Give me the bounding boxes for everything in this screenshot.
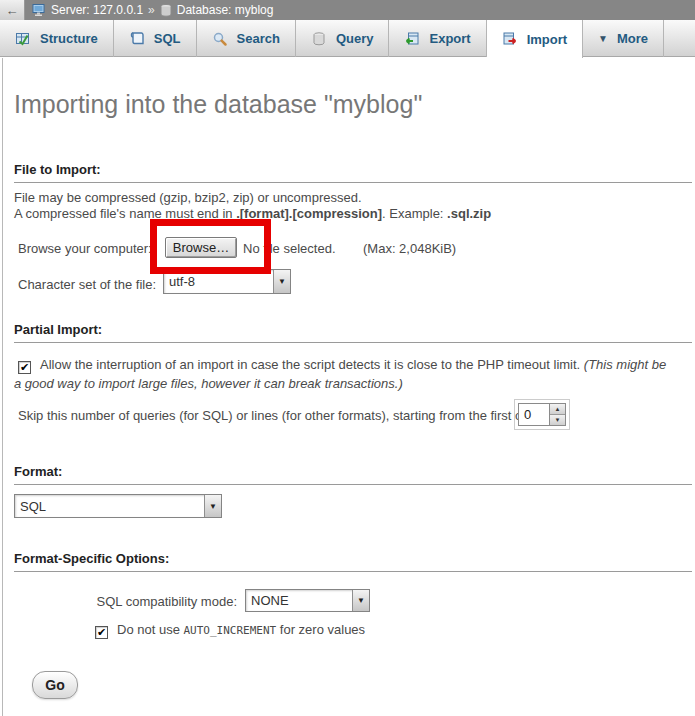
no-file-selected-text: No file selected. <box>243 241 336 256</box>
spin-down-icon[interactable]: ▼ <box>550 415 565 425</box>
sql-compat-select[interactable]: NONE ▼ <box>245 589 370 612</box>
zero-values-code: AUTO_INCREMENT <box>184 624 277 637</box>
sql-compat-select-value: NONE <box>246 590 352 611</box>
sql-icon <box>129 31 145 47</box>
content-left-border <box>2 58 3 716</box>
tab-structure[interactable]: Structure <box>0 20 114 57</box>
allow-interruption-row: ✔Allow the interruption of an import in … <box>14 355 690 393</box>
go-button[interactable]: Go <box>32 671 78 699</box>
zero-values-text-pre: Do not use <box>117 622 184 637</box>
page-title: Importing into the database "myblog" <box>14 90 422 119</box>
tab-query[interactable]: Query <box>296 20 390 57</box>
tab-search[interactable]: Search <box>197 20 296 57</box>
compression-format-pattern: .[format].[compression] <box>236 206 382 221</box>
tab-query-label: Query <box>336 31 374 46</box>
structure-icon <box>15 31 31 47</box>
charset-label: Character set of the file: <box>18 277 156 292</box>
zero-values-text-post: for zero values <box>276 622 365 637</box>
allow-interruption-text: Allow the interruption of an import in c… <box>40 357 584 372</box>
partial-import-heading: Partial Import: <box>14 322 692 343</box>
allow-interruption-checkbox[interactable]: ✔ <box>18 361 31 374</box>
tab-sql-label: SQL <box>154 31 181 46</box>
tab-sql[interactable]: SQL <box>114 20 197 57</box>
zero-values-checkbox[interactable]: ✔ <box>95 626 108 639</box>
browse-button[interactable]: Browse… <box>165 237 237 258</box>
tab-structure-label: Structure <box>40 31 98 46</box>
zero-values-row: ✔Do not use AUTO_INCREMENT for zero valu… <box>95 622 365 639</box>
compression-line1: File may be compressed (gzip, bzip2, zip… <box>14 190 362 205</box>
tab-export[interactable]: Export <box>389 20 486 57</box>
tab-more[interactable]: ▼ More <box>583 20 664 57</box>
spin-up-icon[interactable]: ▲ <box>550 404 565 415</box>
tab-bar: Structure SQL Search Query Export <box>0 20 695 57</box>
charset-dropdown-arrow-icon[interactable]: ▼ <box>273 270 290 293</box>
export-icon <box>404 31 420 47</box>
search-icon <box>212 31 228 47</box>
compression-line2-mid: . Example: <box>382 206 447 221</box>
import-icon <box>502 31 518 47</box>
phpmyadmin-import-page: ← Server: 127.0.0.1 » Database: myblog S… <box>0 0 695 716</box>
skip-queries-input[interactable]: 0 ▲ ▼ <box>518 403 566 426</box>
spinner-buttons: ▲ ▼ <box>549 404 565 425</box>
format-heading: Format: <box>14 464 692 485</box>
skip-queries-label: Skip this number of queries (for SQL) or… <box>18 408 540 423</box>
tab-export-label: Export <box>429 31 470 46</box>
breadcrumb-server-link[interactable]: Server: 127.0.0.1 <box>51 3 143 17</box>
query-icon <box>311 31 327 47</box>
tab-import-label: Import <box>527 32 567 47</box>
tab-import[interactable]: Import <box>487 20 583 58</box>
database-icon <box>160 4 172 17</box>
allow-interruption-italic1: (This might be <box>584 357 666 372</box>
tab-more-label: More <box>617 31 648 46</box>
breadcrumb-bar: ← Server: 127.0.0.1 » Database: myblog <box>0 0 695 20</box>
checkmark-icon: ✔ <box>20 358 29 377</box>
back-arrow-icon: ← <box>6 3 19 18</box>
browse-label: Browse your computer: <box>18 241 152 256</box>
breadcrumb: Server: 127.0.0.1 » Database: myblog <box>32 3 273 17</box>
checkmark-icon: ✔ <box>97 626 106 639</box>
compression-example: .sql.zip <box>447 206 491 221</box>
max-size-note: (Max: 2,048KiB) <box>363 241 456 256</box>
charset-select[interactable]: utf-8 ▼ <box>163 269 291 294</box>
compression-line2-pre: A compressed file's name must end in <box>14 206 236 221</box>
format-select[interactable]: SQL ▼ <box>14 494 222 518</box>
charset-select-value: utf-8 <box>164 270 273 293</box>
sql-compat-label: SQL compatibility mode: <box>18 594 237 609</box>
format-dropdown-arrow-icon[interactable]: ▼ <box>204 495 221 517</box>
breadcrumb-separator: » <box>148 3 155 17</box>
tab-search-label: Search <box>237 31 280 46</box>
breadcrumb-database-link[interactable]: Database: myblog <box>177 3 274 17</box>
back-button[interactable]: ← <box>0 0 25 20</box>
format-specific-heading: Format-Specific Options: <box>14 551 692 572</box>
skip-queries-value: 0 <box>519 404 549 425</box>
format-select-value: SQL <box>15 495 204 517</box>
compression-note: File may be compressed (gzip, bzip2, zip… <box>14 190 491 222</box>
server-icon <box>32 3 46 17</box>
file-to-import-heading: File to Import: <box>14 162 692 183</box>
chevron-down-icon: ▼ <box>598 33 608 44</box>
allow-interruption-italic2: a good way to import large files, howeve… <box>14 376 403 391</box>
sql-compat-dropdown-arrow-icon[interactable]: ▼ <box>352 590 369 611</box>
